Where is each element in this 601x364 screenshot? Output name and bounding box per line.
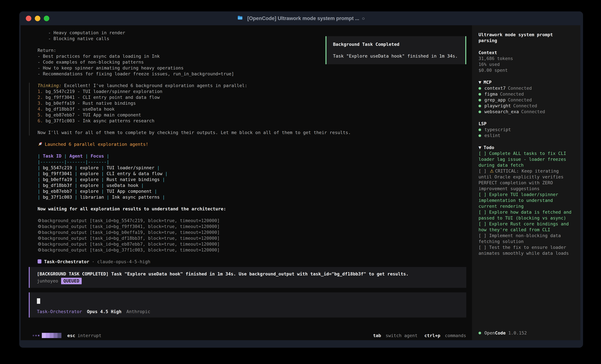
mcp-server-item: context7Connected [479, 85, 574, 91]
terminal-line: | bg_eb87ebb7 | explore | TUI App compon… [38, 188, 472, 194]
todo-checkbox[interactable]: [ ] [479, 151, 489, 156]
notification-body: Task "Explore useData hook" finished in … [333, 53, 459, 59]
connected-status-icon [479, 93, 481, 96]
todo-text: Complete ALL tasks to fix CLI loader lag… [479, 151, 566, 168]
terminal-line: ⚙background_output [task_id=bg_37f1c003,… [38, 247, 472, 253]
terminal-line: ⚙background_output [task_id=bg_5547c219,… [38, 218, 472, 224]
terminal-line: - Heavy computation in render [38, 30, 472, 36]
terminal-line: ⚙background_output [task_id=bg_eb87ebb7,… [38, 241, 472, 247]
username-label: junhoyeo [37, 278, 58, 284]
context-section: Context 31,686 tokens 16% used $0.00 spe… [479, 50, 574, 73]
mcp-server-item: playwrightConnected [479, 103, 574, 109]
todo-text: Implement non-blocking data fetching sol… [479, 233, 561, 244]
model-name-label[interactable]: Opus 4.5 High [87, 309, 121, 315]
background-task-notification[interactable]: Background Task Completed Task "Explore … [325, 36, 466, 64]
terminal-line: 1. bg_5547c219 - TUI loader/spinner expl… [38, 88, 472, 95]
brand-name: Open [484, 330, 495, 336]
todo-item: [ ] Complete ALL tasks to fix CLI loader… [479, 151, 574, 168]
notification-title: Background Task Completed [333, 41, 459, 47]
todo-item: [ ] Explore Rust core bindings and how t… [479, 221, 574, 233]
context-stat: $0.00 spent [479, 67, 574, 73]
window-title: [OpenCode] Ultrawork mode system prompt … [19, 16, 583, 21]
terminal-line: Task-Orchestrator · claude-opus-4-5-high [38, 259, 472, 265]
terminal-window: [OpenCode] Ultrawork mode system prompt … [19, 11, 583, 348]
context-stat: 16% used [479, 61, 574, 67]
todo-checkbox[interactable]: [ ] [479, 245, 489, 250]
chevron-down-icon[interactable]: ▼ [479, 145, 481, 151]
prompt-input[interactable]: Task-Orchestrator Opus 4.5 High Anthropi… [29, 292, 466, 317]
todo-item: [ ] ⚠CRITICAL: Keep iterating until Orac… [479, 168, 574, 192]
folder-icon [238, 16, 243, 21]
agent-name-label[interactable]: Task-Orchestrator [37, 309, 82, 315]
terminal-line: Now I'll wait for all of them to complet… [38, 130, 472, 135]
assistant-output-block: Launched 6 parallel exploration agents! … [38, 135, 472, 265]
connected-status-icon [479, 111, 481, 113]
terminal-main-pane: - Heavy computation in render - Blocking… [20, 25, 472, 340]
esc-action-label: interrupt [78, 333, 101, 338]
minimize-button[interactable] [35, 16, 40, 21]
connected-status-icon [479, 87, 481, 90]
window-title-text: [OpenCode] Ultrawork mode system prompt … [247, 16, 359, 21]
todo-text: Explore TUI loader/spinner implementatio… [479, 192, 558, 209]
close-button[interactable] [26, 16, 31, 21]
context-header: Context [479, 50, 574, 56]
todo-checkbox[interactable]: [ ] [479, 233, 489, 238]
ctrlp-action-label: commands [445, 333, 466, 338]
tab-key-hint: tab [373, 333, 381, 338]
online-status-icon [479, 332, 481, 334]
terminal-line: ⚙background_output [task_id=bg_b0effa19,… [38, 230, 472, 235]
title-bar[interactable]: [OpenCode] Ultrawork mode system prompt … [19, 11, 583, 25]
warning-icon: ⚠ [490, 168, 494, 173]
todo-checkbox[interactable]: [ ] [479, 168, 489, 173]
terminal-line: ⚙background_output [task_id=bg_df18bb3f,… [38, 235, 472, 241]
mcp-header[interactable]: ▼MCP [479, 79, 574, 85]
terminal-line: Launched 6 parallel exploration agents! [38, 141, 472, 147]
terminal-line: | bg_37f1c003 | librarian | Ink async pa… [38, 194, 472, 200]
terminal-line [38, 200, 472, 206]
mcp-server-item: grep_appConnected [479, 97, 574, 103]
terminal-line: 4. bg_df18bb3f - useData hook [38, 106, 472, 112]
todo-text: Explore how data is fetched and passed t… [479, 210, 571, 220]
terminal-line: - Recommendations for fixing loader free… [38, 71, 472, 77]
todo-section: ▼Todo [ ] Complete ALL tasks to fix CLI … [479, 145, 574, 256]
app-version-footer: OpenCode 1.0.152 [479, 330, 574, 336]
terminal-line [38, 77, 472, 83]
connected-status-icon [479, 105, 481, 107]
context-stat: 31,686 tokens [479, 56, 574, 61]
text-cursor [37, 298, 40, 304]
terminal-line: Now waiting for all exploration results … [38, 206, 472, 212]
terminal-line: 5. bg_eb87ebb7 - TUI App main component [38, 112, 472, 118]
zoom-button[interactable] [44, 16, 49, 21]
todo-text: Explore Rust core bindings and how they'… [479, 221, 569, 232]
mcp-section: ▼MCP context7Connected figmaConnected gr… [479, 79, 574, 115]
terminal-line: | bg_f9ff3041 | explore | CLI entry & da… [38, 171, 472, 177]
terminal-line [38, 253, 472, 259]
chevron-down-icon[interactable]: ▼ [479, 79, 481, 85]
terminal-line: 6. bg_37f1c003 - Ink async patterns rese… [38, 118, 472, 124]
todo-text: Test the fix to ensure loader animates s… [479, 245, 569, 256]
ctrlp-key-hint: ctrl+p [424, 333, 440, 338]
rocket-icon [38, 141, 43, 148]
version-label: 1.0.152 [508, 330, 527, 336]
tab-action-label: switch agent [386, 333, 417, 338]
terminal-line: | bg_df18bb3f | explore | useData hook | [38, 182, 472, 188]
todo-checkbox[interactable]: [ ] [479, 221, 489, 226]
mcp-server-item: figmaConnected [479, 91, 574, 97]
thinking-block: Thinking: Excellent! I've launched 6 bac… [29, 83, 472, 135]
todo-checkbox[interactable]: [ ] [479, 210, 489, 215]
lsp-server-item: eslint [479, 133, 574, 138]
loading-spinner [33, 333, 61, 338]
todo-checkbox[interactable]: [ ] [479, 192, 489, 197]
terminal-line [38, 212, 472, 218]
todo-header[interactable]: ▼Todo [479, 145, 574, 151]
status-bar: esc interrupt tab switch agent ctrl+p co… [20, 331, 472, 340]
connected-status-icon [479, 128, 481, 131]
info-sidebar: Ultrawork mode system prompt parsing Con… [472, 25, 581, 340]
todo-item: [ ] Explore how data is fetched and pass… [479, 209, 574, 221]
status-badge: QUEUED [61, 278, 82, 284]
session-title: Ultrawork mode system prompt parsing [479, 32, 574, 44]
connected-status-icon [479, 134, 481, 137]
background-task-completed-message: [BACKGROUND TASK COMPLETED] Task "Explor… [29, 267, 466, 288]
conversation-scroll-area[interactable]: - Heavy computation in render - Blocking… [20, 30, 472, 331]
terminal-line: | bg_b0effa19 | explore | Rust native bi… [38, 177, 472, 182]
